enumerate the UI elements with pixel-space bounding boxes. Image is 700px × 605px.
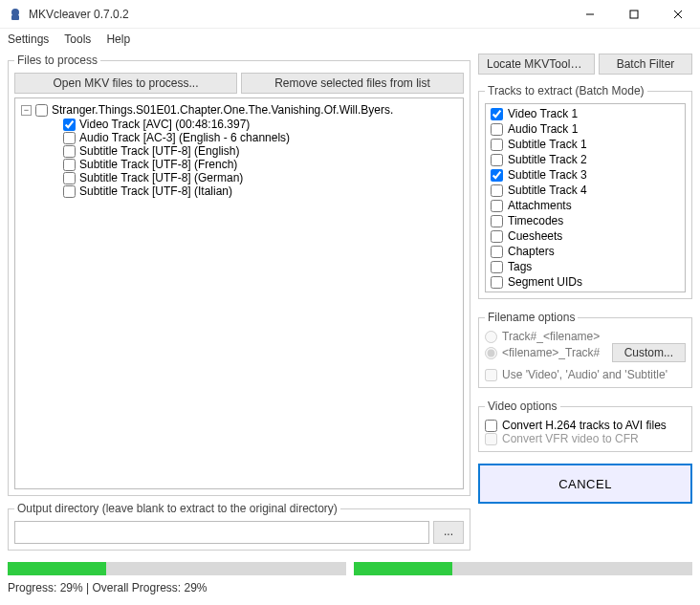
extract-track-label: Tags	[508, 260, 532, 273]
track-checkbox[interactable]	[63, 159, 76, 171]
convert-vfr-row: Convert VFR video to CFR	[485, 432, 686, 445]
filename-radio-name-first[interactable]: <filename>_Track#	[485, 346, 600, 359]
output-legend: Output directory (leave blank to extract…	[14, 502, 340, 515]
collapse-icon[interactable]: −	[21, 105, 32, 116]
extract-track-label: Subtitle Track 3	[508, 168, 587, 182]
track-label: Audio Track [AC-3] (English - 6 channels…	[79, 131, 290, 144]
extract-track-checkbox[interactable]	[491, 154, 503, 166]
tree-track-row[interactable]: Video Track [AVC] (00:48:16.397)	[21, 118, 459, 131]
close-button[interactable]	[656, 0, 700, 29]
tree-track-row[interactable]: Subtitle Track [UTF-8] (English)	[21, 144, 459, 158]
track-checkbox[interactable]	[63, 145, 76, 158]
convert-vfr-checkbox	[485, 433, 497, 445]
track-checkbox[interactable]	[63, 172, 76, 184]
remove-selected-button[interactable]: Remove selected files from list	[241, 73, 464, 94]
extract-track-checkbox[interactable]	[491, 246, 503, 258]
extract-track-row[interactable]: Chapters	[491, 245, 680, 258]
tree-track-row[interactable]: Audio Track [AC-3] (English - 6 channels…	[21, 131, 459, 144]
tree-file-row[interactable]: − Stranger.Things.S01E01.Chapter.One.The…	[21, 102, 459, 118]
progress-bar-overall	[354, 562, 692, 575]
browse-button[interactable]: ...	[433, 521, 464, 544]
filename-legend: Filename options	[485, 311, 578, 324]
svg-rect-1	[11, 15, 19, 20]
extract-track-checkbox[interactable]	[491, 139, 503, 151]
file-name-label: Stranger.Things.S01E01.Chapter.One.The.V…	[52, 103, 393, 117]
tree-track-row[interactable]: Subtitle Track [UTF-8] (French)	[21, 158, 459, 171]
progress-bar-current	[8, 562, 346, 575]
menubar: Settings Tools Help	[0, 29, 700, 50]
extract-track-row[interactable]: Audio Track 1	[491, 122, 680, 136]
extract-track-checkbox[interactable]	[491, 123, 503, 136]
convert-h264-label: Convert H.264 tracks to AVI files	[502, 419, 667, 432]
files-to-process-group: Files to process Open MKV files to proce…	[8, 54, 470, 496]
filename-custom-button[interactable]: Custom...	[612, 343, 686, 362]
extract-track-label: Timecodes	[508, 214, 563, 227]
extract-track-checkbox[interactable]	[491, 200, 503, 212]
track-label: Subtitle Track [UTF-8] (French)	[79, 158, 237, 171]
output-directory-input[interactable]	[14, 521, 429, 544]
extract-track-checkbox[interactable]	[491, 184, 503, 197]
convert-vfr-label: Convert VFR video to CFR	[502, 432, 639, 445]
track-label: Subtitle Track [UTF-8] (English)	[79, 144, 239, 158]
status-text: Progress: 29% | Overall Progress: 29%	[0, 579, 700, 600]
extract-track-row[interactable]: Timecodes	[491, 214, 680, 227]
extract-track-row[interactable]: Cuesheets	[491, 229, 680, 243]
extract-track-row[interactable]: Segment UIDs	[491, 275, 680, 289]
convert-h264-row[interactable]: Convert H.264 tracks to AVI files	[485, 419, 686, 432]
locate-mkvtoolnix-button[interactable]: Locate MKVToolNix...	[478, 54, 595, 75]
file-tree[interactable]: − Stranger.Things.S01E01.Chapter.One.The…	[14, 97, 464, 489]
filename-radio-track-first[interactable]: Track#_<filename>	[485, 330, 686, 343]
extract-track-row[interactable]: Attachments	[491, 199, 680, 212]
extract-track-label: Cuesheets	[508, 229, 562, 243]
menu-help[interactable]: Help	[106, 32, 130, 46]
extract-track-label: Video Track 1	[508, 107, 578, 120]
output-directory-group: Output directory (leave blank to extract…	[8, 502, 470, 551]
svg-point-0	[11, 9, 19, 16]
tracks-to-extract-group: Tracks to extract (Batch Mode) Video Tra…	[478, 84, 692, 299]
cancel-button[interactable]: CANCEL	[478, 464, 692, 504]
extract-track-label: Chapters	[508, 245, 555, 258]
extract-track-row[interactable]: Subtitle Track 4	[491, 184, 680, 197]
extract-track-row[interactable]: Tags	[491, 260, 680, 273]
menu-tools[interactable]: Tools	[64, 32, 91, 46]
extract-track-checkbox[interactable]	[491, 230, 503, 243]
svg-rect-3	[630, 11, 638, 18]
open-mkv-button[interactable]: Open MKV files to process...	[14, 73, 237, 94]
track-label: Subtitle Track [UTF-8] (Italian)	[79, 184, 232, 198]
extract-track-row[interactable]: Video Track 1	[491, 107, 680, 120]
video-options-group: Video options Convert H.264 tracks to AV…	[478, 400, 692, 452]
extract-track-label: Subtitle Track 4	[508, 184, 587, 197]
extract-track-checkbox[interactable]	[491, 261, 503, 273]
extract-track-label: Audio Track 1	[508, 122, 578, 136]
tree-track-row[interactable]: Subtitle Track [UTF-8] (German)	[21, 171, 459, 184]
file-checkbox[interactable]	[35, 104, 48, 117]
titlebar: MKVcleaver 0.7.0.2	[0, 0, 700, 29]
track-label: Video Track [AVC] (00:48:16.397)	[79, 118, 250, 131]
app-icon	[8, 7, 23, 22]
extract-track-label: Subtitle Track 2	[508, 153, 587, 166]
extract-track-row[interactable]: Subtitle Track 3	[491, 168, 680, 182]
menu-settings[interactable]: Settings	[8, 32, 49, 46]
batch-filter-button[interactable]: Batch Filter	[599, 54, 692, 75]
extract-track-row[interactable]: Subtitle Track 1	[491, 138, 680, 151]
use-types-checkbox[interactable]	[485, 369, 497, 381]
use-types-label: Use 'Video', 'Audio' and 'Subtitle'	[502, 368, 667, 381]
extract-track-row[interactable]: Subtitle Track 2	[491, 153, 680, 166]
track-checkbox[interactable]	[63, 185, 76, 198]
convert-h264-checkbox[interactable]	[485, 420, 497, 432]
tracks-legend: Tracks to extract (Batch Mode)	[485, 84, 647, 97]
track-label: Subtitle Track [UTF-8] (German)	[79, 171, 243, 184]
minimize-button[interactable]	[568, 0, 612, 29]
track-checkbox[interactable]	[63, 119, 76, 131]
track-checkbox[interactable]	[63, 132, 76, 144]
extract-track-label: Subtitle Track 1	[508, 138, 587, 151]
extract-track-label: Segment UIDs	[508, 275, 582, 289]
extract-track-checkbox[interactable]	[491, 276, 503, 289]
extract-track-checkbox[interactable]	[491, 108, 503, 120]
maximize-button[interactable]	[612, 0, 656, 29]
extract-track-checkbox[interactable]	[491, 169, 503, 182]
extract-track-checkbox[interactable]	[491, 215, 503, 227]
files-to-process-legend: Files to process	[14, 54, 100, 67]
tree-track-row[interactable]: Subtitle Track [UTF-8] (Italian)	[21, 184, 459, 198]
extract-track-label: Attachments	[508, 199, 572, 212]
